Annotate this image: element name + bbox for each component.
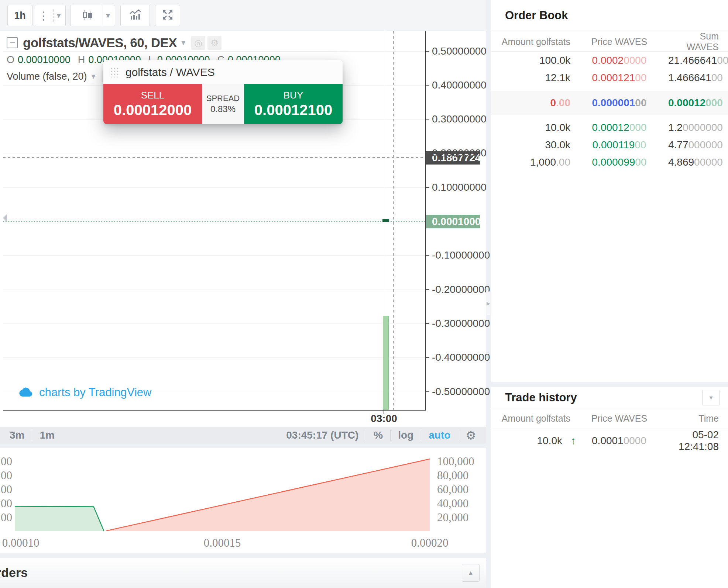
depth-chart-svg: 20,00040,00060,00080,000100,000000000000… <box>0 448 486 553</box>
price-tick-label: 0.40000000 <box>432 79 487 91</box>
chevron-down-icon[interactable]: ▾ <box>181 38 185 48</box>
trade-history-rows: 10.0k↑0.0001000005-02 12:41:08 <box>491 429 728 448</box>
spread-cell: SPREAD 0.83% <box>202 84 244 124</box>
order-book-row[interactable]: 10.0k0.000120001.20000000 <box>491 119 728 136</box>
compare-dots-icon: ⋮ <box>37 9 53 22</box>
indicators-button[interactable] <box>120 5 150 26</box>
order-book-row[interactable]: 12.1k0.000121001.46664100 <box>491 69 728 86</box>
auto-scale-button[interactable]: auto <box>429 429 450 441</box>
price-tick <box>426 51 429 52</box>
chart-style-button[interactable]: ▾ <box>70 5 115 26</box>
spread-value: 0.83% <box>210 104 236 115</box>
quote-widget-header: golfstats / WAVES <box>103 60 343 84</box>
chevron-down-icon: ▾ <box>103 11 113 20</box>
divider <box>458 430 458 440</box>
order-book-row[interactable]: 100.0k0.0002000021.46664100 <box>491 52 728 69</box>
expand-panel-button[interactable]: ▲ <box>462 564 480 582</box>
price-chart[interactable]: golfstats/WAVES, 60, DEX ▾ ◎ ⚙ O0.000100… <box>0 31 486 444</box>
price-tick-label: 0.30000000 <box>432 113 487 125</box>
range-1m-button[interactable]: 1m <box>40 429 54 441</box>
tradingview-attribution[interactable]: charts by TradingView <box>16 386 151 399</box>
divider <box>366 430 366 440</box>
last-price-line <box>3 221 425 222</box>
order-book-panel: Order Book Amount golfstats Price WAVES … <box>491 0 728 382</box>
collapse-legend-icon[interactable] <box>7 37 18 48</box>
trade-history-row[interactable]: 10.0k↑0.0001000005-02 12:41:08 <box>491 429 728 448</box>
price-tick <box>426 357 429 358</box>
symbol-title[interactable]: golfstats/WAVES, 60, DEX <box>23 35 177 50</box>
price-tick-label: -0.50000000 <box>432 385 490 398</box>
time-tick-label: 03:00 <box>360 413 408 425</box>
interval-button[interactable]: 1h <box>7 5 32 26</box>
price-tick <box>426 153 429 153</box>
compare-button[interactable]: ⋮ ▾ <box>35 5 66 26</box>
series-settings-gear-icon[interactable]: ⚙ <box>207 36 222 50</box>
candle <box>382 219 389 222</box>
quote-widget-title: golfstats / WAVES <box>126 66 215 79</box>
buy-button[interactable]: BUY 0.00012100 <box>244 84 343 124</box>
order-book-row[interactable]: 1,000.000.000099004.86900000 <box>491 153 728 171</box>
gridline <box>3 357 425 358</box>
chevron-down-icon: ▾ <box>54 11 63 20</box>
order-book-asks: 100.0k0.0002000021.4666410012.1k0.000121… <box>491 52 728 86</box>
trade-history-title: Trade history <box>505 391 577 404</box>
attribution-text: charts by TradingView <box>39 386 151 399</box>
percent-scale-button[interactable]: % <box>374 429 383 441</box>
interval-label: 1h <box>14 10 26 21</box>
depth-x-tick-label: 0.00010 <box>2 536 40 549</box>
crosshair-horizontal <box>3 157 425 158</box>
sell-button[interactable]: SELL 0.00012000 <box>103 84 202 124</box>
column-amount: Amount golfstats <box>491 37 570 47</box>
price-axis[interactable]: 0.18677245 0.00010000 0.500000000.400000… <box>425 31 486 410</box>
gridline <box>3 255 425 256</box>
price-tick <box>426 255 429 256</box>
gridline <box>3 187 425 188</box>
market-data-pane: Order Book Amount golfstats Price WAVES … <box>491 0 728 588</box>
collapse-right-panel-handle[interactable]: ▶ <box>486 291 491 315</box>
sell-price: 0.00012000 <box>114 101 192 119</box>
price-tick <box>426 323 429 324</box>
settings-gear-icon[interactable]: ⚙ <box>466 428 476 442</box>
range-3m-button[interactable]: 3m <box>10 429 24 441</box>
gridline <box>3 153 425 153</box>
my-orders-title: rders <box>0 565 28 580</box>
depth-y-tick-label-cut: 00 <box>1 483 12 496</box>
gridline <box>3 324 425 324</box>
price-tick <box>426 187 429 188</box>
drag-handle-icon[interactable] <box>110 67 120 77</box>
depth-y-tick-label-cut: 00 <box>1 455 12 468</box>
depth-y-tick-label-cut: 00 <box>1 497 12 510</box>
study-label[interactable]: Volume (false, 20) <box>7 71 87 82</box>
price-tick-label: -0.10000000 <box>432 249 490 262</box>
collapse-left-icon[interactable] <box>3 214 7 222</box>
log-scale-button[interactable]: log <box>398 429 413 441</box>
depth-y-tick-label: 100,000 <box>437 455 474 468</box>
arrow-up-icon: ↑ <box>562 435 584 447</box>
column-sum: Sum WAVES <box>668 31 719 52</box>
price-tick-label: -0.20000000 <box>432 283 490 296</box>
order-book-row[interactable]: 30.0k0.000119004.77000000 <box>491 136 728 153</box>
chevron-down-icon[interactable]: ▾ <box>92 72 96 81</box>
order-book-bids: 10.0k0.000120001.2000000030.0k0.00011900… <box>491 115 728 171</box>
order-book-row[interactable]: 0.000.000001000.00012000 <box>491 91 728 115</box>
depth-y-tick-label: 60,000 <box>437 483 468 496</box>
column-price: Price WAVES <box>570 37 668 47</box>
ohlc-value: 0.00010000 <box>18 54 71 66</box>
hide-series-icon[interactable]: ◎ <box>191 36 205 50</box>
fullscreen-button[interactable] <box>155 5 180 26</box>
tradingview-cloud-icon <box>16 387 34 398</box>
depth-x-tick-label: 0.00015 <box>204 536 241 549</box>
clock-label[interactable]: 03:45:17 (UTC) <box>286 429 358 441</box>
order-book-spread-row: 0.000.000001000.00012000 <box>491 91 728 115</box>
my-orders-bar[interactable]: rders ▲ <box>0 558 486 588</box>
market-depth-chart[interactable]: 20,00040,00060,00080,000100,000000000000… <box>0 448 486 553</box>
price-tick-label: 0.50000000 <box>432 45 487 58</box>
buy-label: BUY <box>284 89 303 101</box>
price-tick <box>426 85 429 86</box>
divider <box>421 430 421 440</box>
chart-footer-toolbar: 3m 1m 03:45:17 (UTC) % log auto ⚙ <box>0 427 486 444</box>
collapse-trade-history-button[interactable]: ▾ <box>702 390 720 405</box>
ohlc-key: H <box>78 54 85 66</box>
time-axis[interactable]: 03:00 <box>0 411 486 427</box>
trade-history-panel: Trade history ▾ Amount golfstats Price W… <box>491 387 728 588</box>
